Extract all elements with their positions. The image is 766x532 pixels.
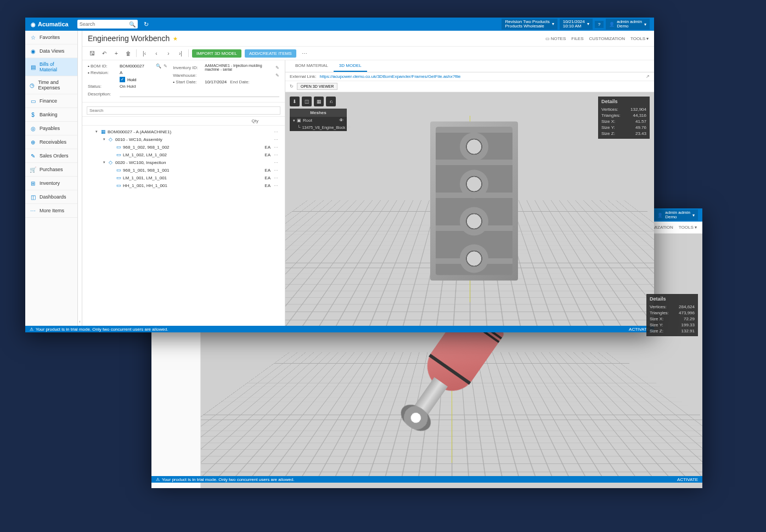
row-menu[interactable]: ⋯ <box>271 168 281 173</box>
add-button[interactable]: + <box>112 49 121 58</box>
nav-item-bills-of-material[interactable]: ▤Bills of Material <box>25 58 77 76</box>
nav-item-banking[interactable]: $Banking <box>25 108 77 122</box>
user-chip[interactable]: 👤 admin admin Demo <box>606 19 650 30</box>
tree-icon: ▦ <box>101 129 108 134</box>
row-menu[interactable]: ⋯ <box>271 129 281 134</box>
tab-bom-material[interactable]: BOM MATERIAL <box>290 60 334 72</box>
tree-toggle[interactable]: ▾ <box>103 137 109 142</box>
3d-viewer[interactable]: ⬇ ◫ ▦ ⎌ Meshes ▾▣Root👁 └13475_V8_Engine_… <box>285 92 654 326</box>
edit-icon[interactable]: ✎ <box>164 64 167 69</box>
files-tool[interactable]: FILES <box>571 36 583 41</box>
nav-item-dashboards[interactable]: ◫Dashboards <box>25 190 77 204</box>
tree-row[interactable]: ▭968_1_001, 968_1_001EA⋯ <box>86 166 281 174</box>
edit-icon[interactable]: ✎ <box>275 73 279 78</box>
bom-id-value[interactable]: BOM000027 <box>120 64 154 69</box>
tree-row[interactable]: ▾◇0020 - WC100, Inspection⋯ <box>86 159 281 166</box>
viewer-tool-2[interactable]: ◫ <box>302 97 312 106</box>
tenant-chip[interactable]: Revision Two Products Products Wholesale <box>502 19 557 30</box>
help-button[interactable]: ? <box>595 21 604 28</box>
global-search[interactable]: 🔍 <box>77 20 138 29</box>
bottombar: ⚠ Your product is in trial mode. Only tw… <box>25 326 654 332</box>
datetime-chip[interactable]: 10/21/2024 10:10 AM <box>560 19 593 30</box>
search-icon[interactable]: 🔍 <box>129 21 136 27</box>
nav-icon: ▭ <box>30 98 36 104</box>
description-label: Description: <box>88 92 117 97</box>
nav-item-more-items[interactable]: ⋯More Items <box>25 204 77 218</box>
tree-search-input[interactable] <box>87 106 280 115</box>
nav-icon: ⊞ <box>30 180 36 186</box>
refresh-button[interactable]: ↻ <box>141 19 152 30</box>
tree-toggle[interactable]: ▾ <box>95 129 101 134</box>
viewer-tool-4[interactable]: ⎌ <box>326 97 336 106</box>
row-menu[interactable]: ⋯ <box>271 176 281 180</box>
nav-icon: ⋯ <box>30 207 36 214</box>
row-menu[interactable]: ⋯ <box>271 183 281 188</box>
activate-button[interactable]: ACTIVATE <box>677 477 698 482</box>
tree-icon: ▭ <box>116 144 123 150</box>
tree-row[interactable]: ▾◇0010 - WC10, Assembly⋯ <box>86 135 281 143</box>
viewer-tool-1[interactable]: ⬇ <box>290 97 300 106</box>
more-actions-button[interactable]: ⋯ <box>300 50 309 56</box>
refresh-viewer-icon[interactable]: ↻ <box>290 84 294 89</box>
nav-item-finance[interactable]: ▭Finance <box>25 94 77 108</box>
add-create-button[interactable]: ADD/CREATE ITEMS <box>245 49 296 58</box>
row-menu[interactable]: ⋯ <box>271 160 281 165</box>
lookup-icon[interactable]: 🔍 <box>156 64 161 69</box>
tools-tool[interactable]: TOOLS ▾ <box>679 225 697 230</box>
description-input[interactable] <box>120 90 279 97</box>
delete-button[interactable]: 🗑 <box>124 49 133 58</box>
nav-item-inventory[interactable]: ⊞Inventory <box>25 177 77 190</box>
last-button[interactable]: ›| <box>176 49 185 58</box>
inventory-id-value[interactable]: AAMACHINE1 - Injection molding machine -… <box>205 64 273 71</box>
revision-value[interactable]: A <box>120 70 167 75</box>
first-button[interactable]: |‹ <box>140 49 149 58</box>
nav-item-data-views[interactable]: ◉Data Views <box>25 44 77 58</box>
star-icon[interactable]: ★ <box>173 36 178 42</box>
row-menu[interactable]: ⋯ <box>271 152 281 157</box>
trial-message: Your product is in trial mode. Only two … <box>162 477 295 482</box>
notes-tool[interactable]: ▭ NOTES <box>545 36 566 41</box>
nav-item-time-and-expenses[interactable]: ◷Time and Expenses <box>25 76 77 94</box>
prev-button[interactable]: ‹ <box>152 49 161 58</box>
nav-item-favorites[interactable]: ☆Favorites <box>25 31 77 44</box>
user-chip-back[interactable]: 👤 admin admin Demo <box>654 210 698 220</box>
meshes-panel: Meshes ▾▣Root👁 └13475_V8_Engine_Block👁 <box>290 109 347 131</box>
import-3d-button[interactable]: IMPORT 3D MODEL <box>192 49 241 58</box>
nav-item-receivables[interactable]: ⊕Receivables <box>25 135 77 149</box>
tools-tool[interactable]: TOOLS ▾ <box>630 36 649 41</box>
row-menu[interactable]: ⋯ <box>271 137 281 142</box>
discard-button[interactable]: ↶ <box>100 49 109 58</box>
logo[interactable]: Acumatica <box>25 21 74 27</box>
tree-row[interactable]: ▭HH_1_001, HH_1_001EA⋯ <box>86 182 281 189</box>
tree-row[interactable]: ▭LM_1_001, LM_1_001EA⋯ <box>86 174 281 182</box>
mesh-root[interactable]: ▾▣Root👁 <box>290 117 347 124</box>
nav-item-sales-orders[interactable]: ✎Sales Orders <box>25 149 77 163</box>
tree-row[interactable]: ▭968_1_002, 968_1_002EA⋯ <box>86 143 281 151</box>
tree-toggle[interactable]: ▾ <box>103 160 109 165</box>
engine-block-model <box>430 122 518 281</box>
tab-3d-model[interactable]: 3D MODEL <box>334 60 367 72</box>
user-icon: 👤 <box>609 22 615 27</box>
tree-row[interactable]: ▾▦BOM000027 - A (AAMACHINE1)⋯ <box>86 128 281 135</box>
customization-tool[interactable]: CUSTOMIZATION <box>589 36 625 41</box>
tree-row[interactable]: ▭LM_1_002, LM_1_002EA⋯ <box>86 151 281 159</box>
external-link-label: External Link: <box>290 74 316 79</box>
mesh-item[interactable]: └13475_V8_Engine_Block👁 <box>290 124 347 131</box>
hold-checkbox[interactable] <box>120 77 125 82</box>
viewer-tool-3[interactable]: ▦ <box>314 97 324 106</box>
open-link-icon[interactable]: ↗ <box>646 74 650 79</box>
user-sub: Demo <box>665 215 690 219</box>
next-button[interactable]: › <box>164 49 173 58</box>
search-input[interactable] <box>80 21 129 27</box>
save-button[interactable]: 🖫 <box>88 49 97 58</box>
warning-icon: ⚠ <box>156 477 160 482</box>
nav-item-purchases[interactable]: 🛒Purchases <box>25 163 77 177</box>
open-viewer-button[interactable]: OPEN 3D VIEWER <box>297 83 337 90</box>
edit-icon[interactable]: ✎ <box>275 65 279 70</box>
external-link-url[interactable]: https://acupower-demo.co.uk/3DBomExpande… <box>319 74 643 79</box>
start-date-value[interactable]: 10/17/2024 <box>205 80 228 84</box>
nav-icon: $ <box>30 111 36 118</box>
row-menu[interactable]: ⋯ <box>271 145 281 150</box>
sidebar-collapse[interactable]: ‹ <box>78 31 82 326</box>
nav-item-payables[interactable]: ◎Payables <box>25 122 77 135</box>
